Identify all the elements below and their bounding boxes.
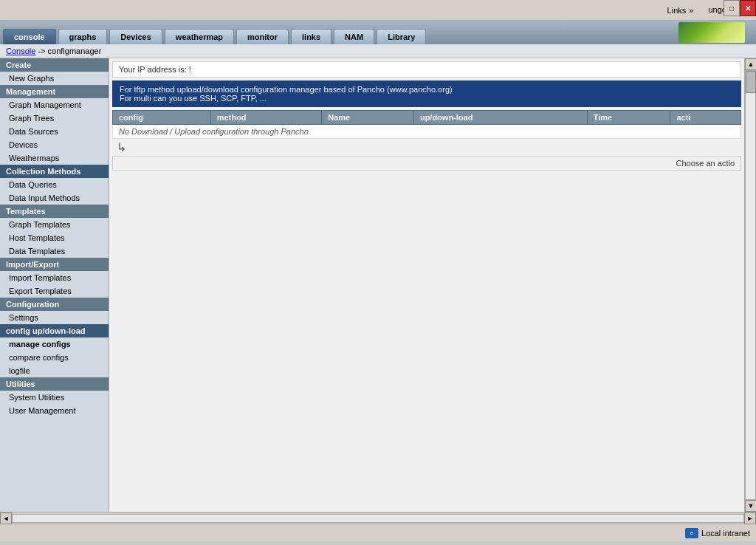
breadcrumb-current: configmanager — [48, 47, 102, 55]
scroll-down-button[interactable]: ▼ — [745, 500, 756, 512]
sidebar-section-templates[interactable]: Templates — [0, 205, 109, 218]
sidebar-section-management[interactable]: Management — [0, 85, 109, 98]
col-time: Time — [587, 111, 670, 125]
sidebar-item-manage-configs[interactable]: manage configs — [0, 337, 109, 351]
info-box: For tftp method upload/download configur… — [112, 80, 741, 107]
sidebar-section-config-updown-label: config up/down-load — [6, 326, 86, 335]
local-intranet-status: e Local intranet — [685, 528, 750, 538]
tab-nam[interactable]: NAM — [334, 29, 374, 44]
indent-icon: ↳ — [112, 139, 741, 156]
sidebar-item-settings[interactable]: Settings — [0, 311, 109, 324]
sidebar-section-collection-methods-label: Collection Methods — [6, 167, 80, 176]
col-action: acti — [670, 111, 741, 125]
sidebar-item-graph-management[interactable]: Graph Management — [0, 98, 109, 112]
horizontal-scrollbar[interactable]: ◄ ► — [0, 512, 756, 524]
nav-tabs-bar: console graphs Devices weathermap monito… — [0, 21, 756, 44]
table-row-empty: No Download / Upload configuration throu… — [113, 125, 741, 139]
scroll-track[interactable] — [745, 70, 756, 500]
console-link[interactable]: Console — [6, 47, 35, 55]
action-label: Choose an actio — [676, 159, 735, 168]
sidebar-item-graph-templates[interactable]: Graph Templates — [0, 218, 109, 231]
main-layout: Create New Graphs Management Graph Manag… — [0, 58, 756, 512]
sidebar-item-data-queries[interactable]: Data Queries — [0, 178, 109, 191]
tab-links[interactable]: links — [291, 29, 331, 44]
sidebar-section-create[interactable]: Create — [0, 58, 109, 72]
sidebar-item-data-input-methods[interactable]: Data Input Methods — [0, 191, 109, 205]
sidebar-item-data-templates[interactable]: Data Templates — [0, 244, 109, 258]
sidebar: Create New Graphs Management Graph Manag… — [0, 58, 109, 512]
logo-area — [678, 22, 745, 43]
scroll-right-button[interactable]: ► — [744, 513, 756, 524]
config-table: config method Name up/down-load Time act… — [112, 110, 741, 139]
ip-message-bar: Your IP address is: ! — [112, 61, 741, 78]
breadcrumb: Console -> configmanager — [0, 44, 756, 58]
sidebar-item-devices[interactable]: Devices — [0, 138, 109, 151]
tab-graphs[interactable]: graphs — [58, 29, 108, 44]
sidebar-section-utilities-label: Utilities — [6, 380, 35, 388]
scroll-left-button[interactable]: ◄ — [0, 513, 12, 524]
local-intranet-label: Local intranet — [701, 529, 750, 538]
links-arrow[interactable]: » — [689, 6, 693, 15]
tab-monitor[interactable]: monitor — [236, 29, 289, 44]
action-row: Choose an actio — [112, 156, 741, 171]
top-bar: Links » ungen▾ — [0, 0, 756, 21]
close-button[interactable]: ✕ — [740, 0, 756, 16]
breadcrumb-separator: -> — [38, 47, 47, 55]
sidebar-item-compare-configs[interactable]: compare configs — [0, 351, 109, 364]
minimize-button[interactable]: □ — [724, 0, 740, 16]
scroll-up-button[interactable]: ▲ — [745, 58, 756, 70]
sidebar-item-data-sources[interactable]: Data Sources — [0, 125, 109, 138]
col-method: method — [210, 111, 322, 125]
empty-message: No Download / Upload configuration throu… — [113, 125, 741, 139]
sidebar-item-graph-trees[interactable]: Graph Trees — [0, 112, 109, 125]
sidebar-section-configuration[interactable]: Configuration — [0, 298, 109, 311]
sidebar-section-templates-label: Templates — [6, 207, 46, 216]
links-label: Links — [667, 6, 687, 15]
info-line1: For tftp method upload/download configur… — [120, 85, 734, 94]
sidebar-section-management-label: Management — [6, 87, 55, 96]
sidebar-section-collection-methods[interactable]: Collection Methods — [0, 165, 109, 178]
col-name: Name — [322, 111, 414, 125]
info-line2: For multi can you use SSH, SCP, FTP, ... — [120, 94, 734, 103]
content-inner: Your IP address is: ! For tftp method up… — [109, 58, 744, 174]
sidebar-item-export-templates[interactable]: Export Templates — [0, 284, 109, 298]
tab-devices[interactable]: Devices — [109, 29, 162, 44]
vertical-scrollbar[interactable]: ▲ ▼ — [744, 58, 756, 512]
h-scroll-track[interactable] — [12, 514, 744, 523]
tab-console[interactable]: console — [3, 29, 56, 44]
tab-weathermap[interactable]: weathermap — [165, 29, 234, 44]
col-updownload: up/down-load — [413, 111, 587, 125]
sidebar-section-import-export-label: Import/Export — [6, 260, 59, 269]
sidebar-item-import-templates[interactable]: Import Templates — [0, 271, 109, 284]
sidebar-item-user-management[interactable]: User Management — [0, 404, 109, 417]
sidebar-section-import-export[interactable]: Import/Export — [0, 258, 109, 271]
col-config: config — [113, 111, 211, 125]
sidebar-item-host-templates[interactable]: Host Templates — [0, 231, 109, 244]
sidebar-item-system-utilities[interactable]: System Utilities — [0, 391, 109, 404]
main-window: □ ✕ Links » ungen▾ console graphs Device… — [0, 0, 756, 545]
sidebar-item-logfile[interactable]: logfile — [0, 364, 109, 377]
sidebar-section-create-label: Create — [6, 61, 31, 69]
sidebar-item-weathermaps[interactable]: Weathermaps — [0, 151, 109, 165]
ip-message-text: Your IP address is: ! — [119, 65, 191, 74]
ie-icon: e — [685, 528, 698, 538]
sidebar-section-utilities[interactable]: Utilities — [0, 377, 109, 391]
status-bar: e Local intranet — [0, 524, 756, 541]
sidebar-item-new-graphs[interactable]: New Graphs — [0, 72, 109, 85]
sidebar-section-config-updown[interactable]: config up/down-load — [0, 324, 109, 337]
scroll-thumb[interactable] — [746, 71, 756, 93]
tab-library[interactable]: Library — [377, 29, 426, 44]
sidebar-section-configuration-label: Configuration — [6, 300, 59, 309]
content-area: Your IP address is: ! For tftp method up… — [109, 58, 744, 512]
